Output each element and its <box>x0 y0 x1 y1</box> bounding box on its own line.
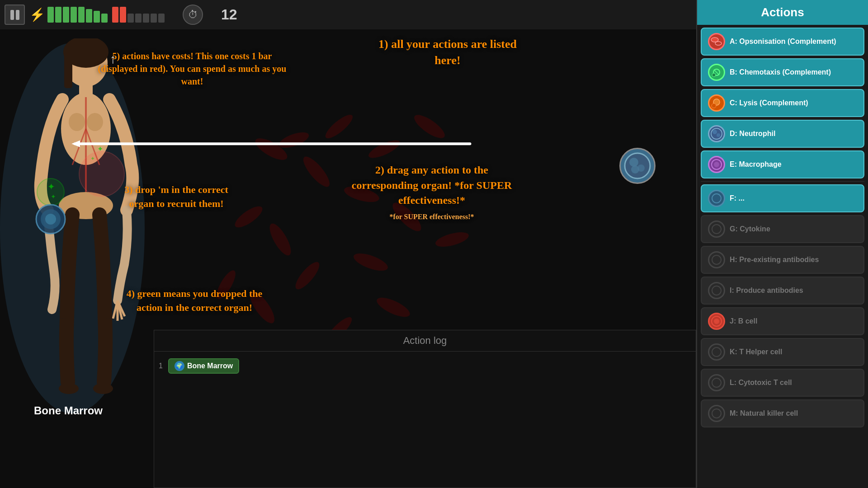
log-entry-badge: 🌍 Bone Marrow <box>168 358 239 374</box>
svg-point-46 <box>629 158 638 167</box>
action-icon-c <box>708 94 725 112</box>
svg-point-6 <box>266 221 295 258</box>
svg-point-16 <box>374 294 412 320</box>
action-icon-m <box>708 405 725 422</box>
svg-point-69 <box>712 409 721 418</box>
svg-point-56 <box>711 128 722 139</box>
svg-point-34 <box>93 383 113 394</box>
tutorial-text-3: 3) drop 'm in the correct organ to recru… <box>118 183 235 211</box>
action-icon-j <box>708 313 725 330</box>
bone-marrow-label: Bone Marrow <box>34 404 103 417</box>
svg-point-12 <box>411 111 448 142</box>
action-item-h[interactable]: H: Pre-existing antibodies <box>701 246 864 274</box>
game-area: ✦ ✦ ✦ ✦ ↑ 1) all your actions are listed… <box>0 29 696 488</box>
action-item-b[interactable]: B: Chemotaxis (Complement) <box>701 58 864 86</box>
svg-text:✦: ✦ <box>97 145 103 153</box>
svg-point-48 <box>631 165 639 174</box>
action-label-h: H: Pre-existing antibodies <box>730 256 819 264</box>
tutorial-text-5: 2) drag any action to the corresponding … <box>346 163 518 223</box>
log-entry-number: 1 <box>159 362 163 370</box>
action-label-i: I: Produce antibodies <box>730 286 803 295</box>
svg-point-2 <box>299 153 333 190</box>
svg-rect-20 <box>64 52 72 88</box>
actions-header: Actions <box>697 0 868 25</box>
action-label-k: K: T Helper cell <box>730 348 782 356</box>
action-item-e[interactable]: E: Macrophage <box>701 150 864 178</box>
svg-point-7 <box>366 137 402 161</box>
svg-point-61 <box>712 194 721 203</box>
action-label-c: C: Lysis (Complement) <box>730 99 808 107</box>
turn-count: 12 <box>221 6 237 23</box>
action-icon-a <box>708 33 725 50</box>
pause-icon <box>10 10 19 20</box>
action-item-m[interactable]: M: Natural killer cell <box>701 399 864 427</box>
action-item-f[interactable]: F: ... <box>701 184 864 212</box>
action-label-f: F: ... <box>730 194 745 202</box>
lightning-icon: ⚡ <box>29 7 45 22</box>
action-label-b: B: Chemotaxis (Complement) <box>730 68 831 76</box>
drag-preview-neutrophil[interactable] <box>619 148 656 184</box>
svg-text:✦: ✦ <box>90 155 95 162</box>
action-log: Action log 1 🌍 Bone Marrow <box>154 330 696 488</box>
action-item-i[interactable]: I: Produce antibodies <box>701 277 864 305</box>
svg-point-33 <box>59 383 79 394</box>
svg-point-23 <box>69 113 85 131</box>
svg-point-5 <box>232 203 265 231</box>
tutorial-text-4: 4) green means you dropped the action in… <box>124 287 264 315</box>
svg-point-53 <box>712 73 716 77</box>
svg-point-68 <box>712 378 721 387</box>
action-icon-g <box>708 221 725 238</box>
action-icon-l <box>708 374 725 391</box>
action-label-a: A: Opsonisation (Complement) <box>730 38 836 46</box>
action-item-l[interactable]: L: Cytotoxic T cell <box>701 369 864 397</box>
svg-point-60 <box>714 162 719 167</box>
log-entry: 1 🌍 Bone Marrow <box>159 358 691 374</box>
actions-list: A: Opsonisation (Complement) B: Chemotax… <box>697 25 868 430</box>
action-label-e: E: Macrophage <box>730 160 782 169</box>
tutorial-text-2: 5) actions have costs! This one costs 1 … <box>97 50 287 88</box>
svg-point-62 <box>712 225 721 234</box>
svg-point-0 <box>252 134 290 164</box>
action-item-k[interactable]: K: T Helper cell <box>701 338 864 366</box>
action-item-j[interactable]: J: B cell <box>701 307 864 335</box>
svg-point-1 <box>277 129 311 151</box>
action-item-a[interactable]: A: Opsonisation (Complement) <box>701 28 864 56</box>
clock-icon: ⏱ <box>183 5 203 25</box>
action-icon-e <box>708 156 725 173</box>
action-item-g[interactable]: G: Cytokine <box>701 215 864 243</box>
action-log-header: Action log <box>154 330 696 352</box>
svg-point-64 <box>712 286 721 295</box>
action-label-l: L: Cytotoxic T cell <box>730 379 792 387</box>
svg-point-45 <box>625 153 650 178</box>
action-item-d[interactable]: D: Neutrophil <box>701 120 864 148</box>
tutorial-text-1: 1) all your actions are listed here! <box>371 36 524 69</box>
action-icon-d <box>708 125 725 142</box>
action-label-m: M: Natural killer cell <box>730 409 798 418</box>
svg-point-40 <box>45 214 56 225</box>
action-icon-k <box>708 343 725 361</box>
energy-section: ⚡ <box>29 7 165 23</box>
actions-panel: Actions A: Opsonisation (Complement) B: <box>696 0 868 488</box>
svg-point-58 <box>717 133 720 137</box>
svg-point-9 <box>292 259 323 293</box>
svg-point-66 <box>714 319 719 324</box>
svg-point-55 <box>712 103 716 108</box>
health-bars <box>112 7 165 23</box>
pause-button[interactable] <box>5 5 25 25</box>
action-label-j: J: B cell <box>730 317 757 325</box>
action-icon-b <box>708 64 725 81</box>
action-icon-f <box>708 190 725 207</box>
action-item-c[interactable]: C: Lysis (Complement) <box>701 89 864 117</box>
svg-point-57 <box>712 130 717 134</box>
svg-point-50 <box>715 42 722 45</box>
body-figure: ✦ ✦ ✦ ✦ <box>27 38 145 427</box>
action-label-g: G: Cytokine <box>730 225 770 233</box>
svg-point-67 <box>712 347 721 357</box>
svg-point-24 <box>87 113 103 131</box>
action-icon-i <box>708 282 725 299</box>
svg-point-3 <box>322 111 356 141</box>
log-entry-label: Bone Marrow <box>187 362 233 370</box>
action-icon-h <box>708 251 725 268</box>
svg-point-10 <box>352 250 390 274</box>
globe-icon: 🌍 <box>175 361 184 371</box>
